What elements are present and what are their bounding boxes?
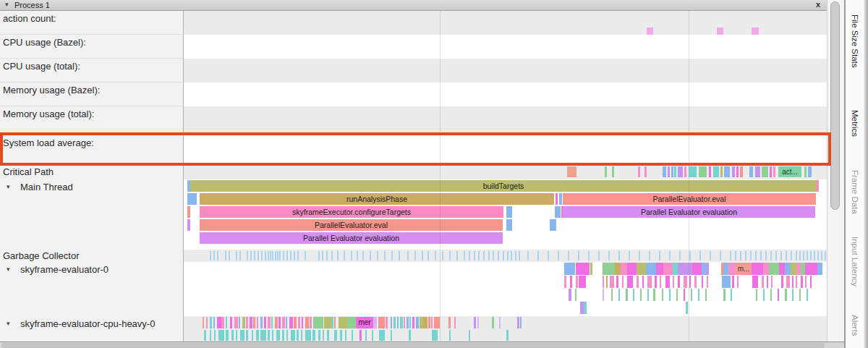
trace-slice[interactable] [767, 276, 768, 288]
gc-event-tick[interactable] [807, 251, 808, 260]
tab-frame-data[interactable]: Frame Data [851, 170, 859, 214]
gc-event-tick[interactable] [474, 251, 475, 260]
trace-slice[interactable] [653, 289, 655, 301]
gc-event-tick[interactable] [210, 251, 211, 260]
gc-event-tick[interactable] [275, 251, 276, 260]
gc-event-tick[interactable] [810, 251, 812, 260]
trace-slice[interactable] [469, 330, 470, 341]
trace-slice[interactable] [810, 276, 812, 288]
trace-slice[interactable] [756, 289, 757, 301]
gc-event-tick[interactable] [618, 251, 620, 260]
gc-event-tick[interactable] [279, 251, 281, 260]
trace-slice[interactable] [752, 276, 758, 288]
trace-slice[interactable] [474, 317, 476, 328]
tab-file-size-stats[interactable]: File Size Stats [851, 14, 859, 68]
gc-event-tick[interactable] [488, 251, 490, 260]
trace-slice[interactable] [214, 330, 216, 341]
trace-slice[interactable] [723, 289, 726, 301]
gc-event-tick[interactable] [825, 251, 826, 260]
collapse-arrow-icon[interactable]: ▾ [7, 183, 10, 190]
process-header[interactable]: ▾ Process 1 x [0, 0, 827, 11]
trace-slice[interactable] [242, 317, 245, 328]
trace-slice[interactable] [668, 166, 670, 177]
trace-slice[interactable] [637, 263, 646, 275]
trace-slice[interactable] [327, 330, 329, 341]
gc-event-tick[interactable] [272, 251, 273, 260]
gc-event-tick[interactable] [803, 251, 804, 260]
trace-slice[interactable] [567, 166, 576, 177]
trace-slice[interactable] [210, 317, 212, 328]
trace-slice[interactable] [786, 276, 790, 288]
gc-event-tick[interactable] [735, 251, 736, 260]
trace-slice[interactable] [373, 317, 377, 328]
gc-event-tick[interactable] [456, 251, 458, 260]
trace-slice[interactable] [407, 317, 409, 328]
trace-slice[interactable] [400, 317, 403, 328]
collapse-arrow-icon[interactable]: ▾ [5, 1, 9, 8]
trace-span[interactable]: Parallel Evaluator evaluation [563, 206, 815, 218]
trace-slice[interactable] [257, 317, 258, 328]
trace-slice[interactable] [702, 276, 703, 288]
trace-span[interactable]: ParallelEvaluator.eval [200, 219, 503, 231]
trace-slice[interactable] [569, 289, 571, 301]
trace-slice[interactable] [804, 166, 807, 177]
trace-slice[interactable] [644, 166, 647, 177]
trace-slice[interactable] [720, 166, 723, 177]
trace-slice[interactable] [264, 317, 266, 328]
tab-input-latency[interactable]: Input Latency [851, 237, 859, 287]
trace-slice[interactable] [791, 263, 796, 275]
gc-event-tick[interactable] [236, 251, 237, 260]
gc-event-tick[interactable] [498, 251, 499, 260]
trace-slice[interactable] [612, 166, 614, 177]
trace-slice[interactable] [678, 166, 683, 177]
trace-slice[interactable] [752, 263, 763, 275]
trace-slice[interactable] [662, 289, 663, 301]
gc-event-tick[interactable] [384, 251, 386, 260]
trace-span-sliver[interactable] [555, 206, 561, 218]
trace-slice[interactable] [239, 317, 240, 328]
trace-slice[interactable] [323, 330, 324, 341]
collapse-arrow-icon[interactable]: ▾ [7, 266, 10, 273]
trace-slice[interactable] [637, 276, 639, 288]
trace-slice[interactable] [448, 317, 451, 328]
gc-event-tick[interactable] [799, 251, 801, 260]
trace-slice[interactable] [359, 330, 362, 341]
gc-event-tick[interactable] [435, 251, 436, 260]
critical-path-chip[interactable]: act... [778, 166, 801, 177]
trace-slice[interactable] [434, 317, 440, 328]
mem-bazel-track[interactable] [184, 82, 827, 106]
main-thread-track[interactable]: buildTargets runAnalysisPhaseParallelEva… [184, 179, 827, 250]
trace-slice[interactable] [428, 317, 430, 328]
trace-slice[interactable] [268, 317, 271, 328]
trace-slice[interactable] [379, 330, 385, 341]
gc-event-tick[interactable] [755, 251, 757, 260]
trace-slice[interactable] [673, 276, 674, 288]
trace-span[interactable]: runAnalysisPhase [200, 193, 554, 205]
mem-total-track[interactable] [184, 106, 827, 134]
gc-event-tick[interactable] [322, 251, 323, 260]
gc-event-tick[interactable] [377, 251, 378, 260]
trace-slice[interactable] [454, 317, 456, 328]
evaluator0-track[interactable]: m... [184, 262, 827, 316]
trace-slice[interactable] [365, 330, 367, 341]
trace-slice[interactable] [331, 317, 333, 328]
trace-slice[interactable] [204, 330, 206, 341]
gc-event-tick[interactable] [710, 251, 711, 260]
trace-slice[interactable] [610, 276, 614, 288]
trace-slice[interactable] [626, 289, 628, 301]
trace-slice[interactable] [673, 263, 678, 275]
gc-event-tick[interactable] [399, 251, 400, 260]
gc-event-tick[interactable] [391, 251, 393, 260]
gc-event-tick[interactable] [217, 251, 218, 260]
trace-slice[interactable] [352, 330, 353, 341]
trace-slice[interactable] [606, 276, 608, 288]
trace-slice[interactable] [282, 330, 284, 341]
trace-slice[interactable] [231, 330, 234, 341]
trace-slice[interactable] [412, 317, 414, 328]
trace-slice[interactable] [763, 289, 765, 301]
trace-slice[interactable] [603, 263, 615, 275]
gc-event-tick[interactable] [351, 251, 352, 260]
trace-slice[interactable] [378, 317, 385, 328]
gc-event-tick[interactable] [760, 251, 762, 260]
trace-slice[interactable] [334, 330, 337, 341]
